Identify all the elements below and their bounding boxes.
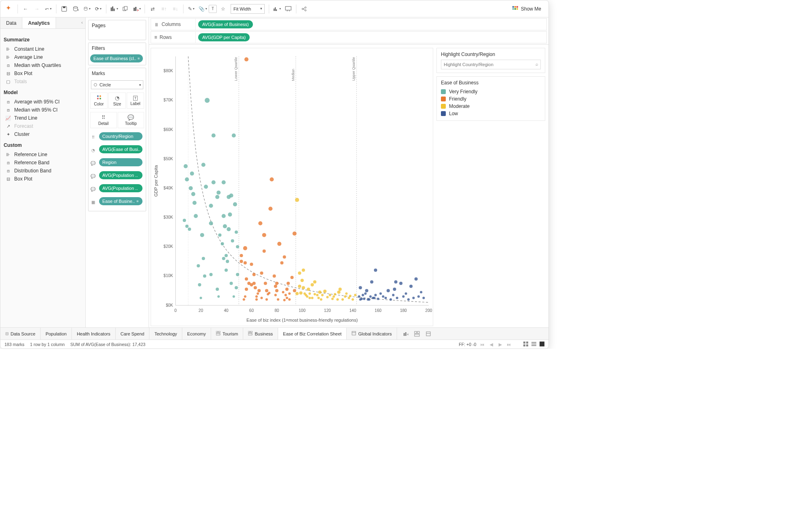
scatter-point[interactable] xyxy=(244,261,247,264)
new-data-source-button[interactable]: + xyxy=(70,4,81,14)
scatter-point[interactable] xyxy=(282,291,284,293)
scatter-point[interactable] xyxy=(273,274,276,277)
sort-asc-button[interactable]: ≡↑ xyxy=(159,4,169,14)
scatter-point[interactable] xyxy=(264,282,267,285)
scatter-point[interactable] xyxy=(415,277,418,281)
scatter-point[interactable] xyxy=(363,298,365,300)
scatter-point[interactable] xyxy=(389,298,392,301)
pause-resume-button[interactable] xyxy=(82,4,92,14)
scatter-point[interactable] xyxy=(412,297,415,299)
scatter-point[interactable] xyxy=(392,294,395,296)
scatter-point[interactable] xyxy=(334,293,336,295)
refresh-button[interactable]: ⟳ xyxy=(93,4,104,14)
tab-analytics[interactable]: Analytics xyxy=(22,17,56,28)
scatter-point[interactable] xyxy=(317,297,320,299)
scatter-point[interactable] xyxy=(287,282,290,285)
scatter-point[interactable] xyxy=(309,297,311,299)
scatter-point[interactable] xyxy=(244,295,246,298)
scatter-point[interactable] xyxy=(348,297,350,299)
scatter-point[interactable] xyxy=(222,257,225,260)
scatter-point[interactable] xyxy=(190,172,194,176)
scatter-point[interactable] xyxy=(236,245,239,248)
presentation-mode-button[interactable] xyxy=(283,4,294,14)
marks-tooltip-cell[interactable]: 💬Tooltip xyxy=(118,112,145,128)
attach-button[interactable]: 📎 xyxy=(197,4,208,14)
scatter-point[interactable] xyxy=(185,225,188,228)
sheet-tab[interactable]: Economy xyxy=(182,328,211,340)
scatter-point[interactable] xyxy=(233,202,237,206)
new-worksheet-tab-button[interactable]: + xyxy=(401,329,410,338)
scatter-point[interactable] xyxy=(189,186,193,190)
highlight-input[interactable] xyxy=(441,60,541,69)
scatter-point[interactable] xyxy=(204,185,208,189)
scatter-point[interactable] xyxy=(288,298,291,301)
scatter-point[interactable] xyxy=(255,298,258,301)
scatter-point[interactable] xyxy=(329,294,331,296)
rows-pill[interactable]: AVG(GDP per Capita) xyxy=(198,33,250,41)
scatter-point[interactable] xyxy=(200,233,204,237)
scatter-point[interactable] xyxy=(365,289,368,292)
scatter-point[interactable] xyxy=(240,260,243,263)
cluster-item[interactable]: ✦Cluster xyxy=(4,130,82,138)
scatter-point[interactable] xyxy=(370,280,374,284)
scatter-point[interactable] xyxy=(309,292,311,295)
scatter-point[interactable] xyxy=(407,298,410,301)
scatter-point[interactable] xyxy=(359,286,362,289)
scatter-point[interactable] xyxy=(274,294,277,296)
scatter-chart[interactable]: $0K$10K$20K$30K$40K$50K$60K$70K$80K02040… xyxy=(151,48,433,326)
legend-item[interactable]: Very Friendly xyxy=(441,88,541,95)
scatter-point[interactable] xyxy=(277,242,281,246)
scatter-point[interactable] xyxy=(221,242,224,245)
prev-page-icon[interactable]: ◀ xyxy=(488,342,494,347)
scatter-point[interactable] xyxy=(262,233,266,237)
scatter-point[interactable] xyxy=(318,290,322,294)
scatter-point[interactable] xyxy=(275,289,279,292)
marks-color-cell[interactable]: Color xyxy=(90,92,108,109)
scatter-point[interactable] xyxy=(384,297,387,299)
scatter-point[interactable] xyxy=(316,294,319,296)
columns-pill[interactable]: AVG(Ease of Business) xyxy=(198,20,253,28)
scatter-point[interactable] xyxy=(212,133,216,138)
median-95ci-item[interactable]: ⧈Median with 95% CI xyxy=(4,106,82,114)
sheet-tab[interactable]: Ease of Biz Correlation Sheet xyxy=(278,328,347,340)
scatter-point[interactable] xyxy=(358,295,360,298)
scatter-point[interactable] xyxy=(270,177,274,181)
legend-item[interactable]: Low xyxy=(441,110,541,117)
scatter-point[interactable] xyxy=(323,290,326,293)
scatter-point[interactable] xyxy=(202,257,205,260)
scatter-point[interactable] xyxy=(283,256,286,259)
scatter-point[interactable] xyxy=(268,206,272,211)
scatter-point[interactable] xyxy=(209,273,213,276)
scatter-point[interactable] xyxy=(339,288,342,291)
scatter-point[interactable] xyxy=(337,290,341,294)
scatter-point[interactable] xyxy=(280,261,283,264)
mark-pill[interactable]: ▦Ease of Busine..≡ xyxy=(89,196,146,208)
fit-mode-select[interactable]: Fit Width xyxy=(231,4,265,14)
scatter-point[interactable] xyxy=(194,214,198,218)
scatter-point[interactable] xyxy=(409,285,412,288)
scatter-point[interactable] xyxy=(296,292,299,295)
scatter-point[interactable] xyxy=(250,263,253,266)
columns-shelf[interactable]: ⫼Columns AVG(Ease of Business) xyxy=(151,18,547,30)
scatter-point[interactable] xyxy=(266,298,268,301)
ref-band-item[interactable]: ⧈Reference Band xyxy=(4,159,82,167)
sheet-tab[interactable]: Care Spend xyxy=(116,328,150,340)
scatter-point[interactable] xyxy=(212,180,216,184)
mark-pill[interactable]: 💬Region xyxy=(89,157,146,170)
scatter-point[interactable] xyxy=(320,298,322,301)
scatter-point[interactable] xyxy=(321,294,324,296)
scatter-point[interactable] xyxy=(402,295,405,298)
scatter-point[interactable] xyxy=(374,269,377,272)
scatter-point[interactable] xyxy=(344,295,346,298)
scatter-point[interactable] xyxy=(300,279,304,282)
scatter-point[interactable] xyxy=(268,292,270,294)
scatter-point[interactable] xyxy=(236,273,239,276)
scatter-point[interactable] xyxy=(265,289,268,292)
ref-line-item[interactable]: ⊪Reference Line xyxy=(4,150,82,159)
scatter-point[interactable] xyxy=(420,291,422,293)
scatter-point[interactable] xyxy=(295,198,299,202)
scatter-point[interactable] xyxy=(382,295,384,298)
sheet-tab[interactable]: Technology xyxy=(149,328,182,340)
scatter-point[interactable] xyxy=(336,298,339,301)
save-button[interactable] xyxy=(59,4,69,14)
